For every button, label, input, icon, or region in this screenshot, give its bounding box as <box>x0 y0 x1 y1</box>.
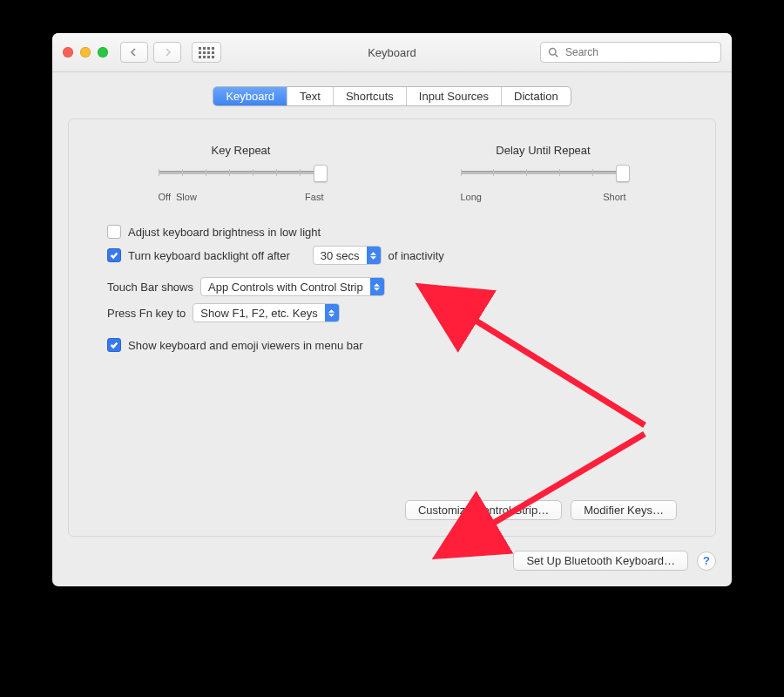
tab-text[interactable]: Text <box>287 87 334 105</box>
customize-control-strip-button[interactable]: Customize Control Strip… <box>405 500 562 520</box>
show-viewers-checkbox[interactable] <box>107 338 121 352</box>
settings-panel: Key Repeat Off Slow Fast Delay Until Rep… <box>68 118 716 537</box>
tab-dictation[interactable]: Dictation <box>502 87 571 105</box>
show-viewers-row: Show keyboard and emoji viewers in menu … <box>107 338 677 352</box>
touch-bar-row: Touch Bar shows App Controls with Contro… <box>107 277 677 296</box>
stepper-icon <box>325 304 339 321</box>
touch-bar-select[interactable]: App Controls with Control Strip <box>200 277 385 296</box>
label-slow: Slow <box>176 192 197 202</box>
fn-key-select[interactable]: Show F1, F2, etc. Keys <box>193 303 339 322</box>
svg-point-0 <box>550 49 557 56</box>
grid-icon <box>199 47 214 58</box>
bluetooth-keyboard-button[interactable]: Set Up Bluetooth Keyboard… <box>513 551 688 571</box>
delay-caption: Delay Until Repeat <box>496 144 590 157</box>
delay-thumb[interactable] <box>616 165 630 182</box>
adjust-brightness-checkbox[interactable] <box>107 225 121 239</box>
key-repeat-labels: Off Slow Fast <box>159 192 324 202</box>
key-repeat-thumb[interactable] <box>314 165 328 182</box>
key-repeat-slider[interactable] <box>159 164 324 186</box>
traffic-lights <box>63 47 108 58</box>
fn-key-value: Show F1, F2, etc. Keys <box>193 307 324 320</box>
help-button[interactable]: ? <box>697 552 716 571</box>
chevron-left-icon <box>130 48 139 57</box>
check-icon <box>110 251 118 260</box>
label-long: Long <box>461 192 482 202</box>
adjust-brightness-label: Adjust keyboard brightness in low light <box>128 226 321 239</box>
nav-group <box>120 42 221 63</box>
backlight-off-checkbox[interactable] <box>107 248 121 262</box>
backlight-timeout-select[interactable]: 30 secs <box>313 246 382 265</box>
touch-bar-value: App Controls with Control Strip <box>201 281 370 294</box>
backlight-timeout-value: 30 secs <box>314 249 367 262</box>
backlight-off-row: Turn keyboard backlight off after 30 sec… <box>107 246 677 265</box>
touch-bar-label: Touch Bar shows <box>107 281 193 294</box>
search-icon <box>548 47 558 58</box>
minimize-window-button[interactable] <box>80 47 91 58</box>
tab-segmented-control: Keyboard Text Shortcuts Input Sources Di… <box>213 86 571 106</box>
close-window-button[interactable] <box>63 47 73 58</box>
sliders-row: Key Repeat Off Slow Fast Delay Until Rep… <box>107 144 677 202</box>
zoom-window-button[interactable] <box>98 47 108 58</box>
window-footer: Set Up Bluetooth Keyboard… ? <box>68 551 716 571</box>
show-all-button[interactable] <box>192 42 221 63</box>
preferences-window: Keyboard Keyboard Text Shortcuts Input S… <box>52 33 732 586</box>
search-input[interactable] <box>564 45 713 59</box>
tab-keyboard[interactable]: Keyboard <box>213 87 287 105</box>
backlight-off-label: Turn keyboard backlight off after <box>128 249 290 262</box>
delay-slider[interactable] <box>461 164 626 186</box>
titlebar: Keyboard <box>52 33 732 72</box>
stepper-icon <box>370 278 384 295</box>
label-fast: Fast <box>305 192 323 202</box>
tab-bar: Keyboard Text Shortcuts Input Sources Di… <box>68 86 716 106</box>
label-off: Off <box>159 192 171 202</box>
key-repeat-caption: Key Repeat <box>212 144 271 157</box>
check-icon <box>110 341 118 349</box>
delay-block: Delay Until Repeat Long Short <box>461 144 626 202</box>
search-field[interactable] <box>540 42 721 63</box>
chevron-right-icon <box>163 48 172 57</box>
panel-actions: Customize Control Strip… Modifier Keys… <box>107 500 677 520</box>
tab-shortcuts[interactable]: Shortcuts <box>334 87 407 105</box>
forward-button[interactable] <box>153 42 181 63</box>
delay-labels: Long Short <box>461 192 626 202</box>
adjust-brightness-row: Adjust keyboard brightness in low light <box>107 225 677 239</box>
show-viewers-label: Show keyboard and emoji viewers in menu … <box>128 339 363 352</box>
modifier-keys-button[interactable]: Modifier Keys… <box>571 500 677 520</box>
key-repeat-block: Key Repeat Off Slow Fast <box>159 144 324 202</box>
label-short: Short <box>603 192 625 202</box>
backlight-off-suffix: of inactivity <box>389 249 444 262</box>
back-button[interactable] <box>120 42 148 63</box>
stepper-icon <box>367 247 381 264</box>
fn-key-label: Press Fn key to <box>107 307 186 320</box>
tab-input-sources[interactable]: Input Sources <box>407 87 502 105</box>
window-body: Keyboard Text Shortcuts Input Sources Di… <box>52 72 732 586</box>
fn-key-row: Press Fn key to Show F1, F2, etc. Keys <box>107 303 677 322</box>
